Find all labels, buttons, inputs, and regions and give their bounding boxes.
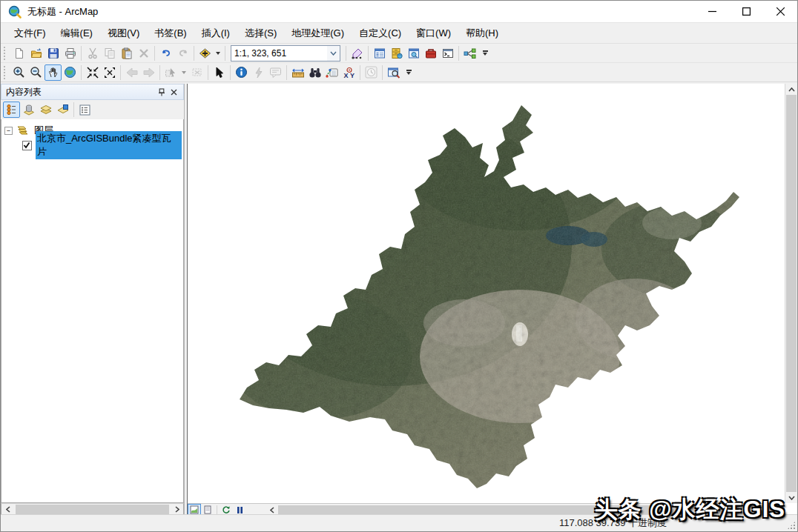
- toolbar-grip[interactable]: [3, 47, 7, 60]
- list-by-drawing-order-button[interactable]: [3, 102, 20, 118]
- toc-pin-button[interactable]: [155, 86, 168, 99]
- menu-windows[interactable]: 窗口(W): [409, 23, 458, 44]
- add-data-button[interactable]: [197, 45, 214, 61]
- data-view-icon: [190, 505, 199, 514]
- pause-icon: [237, 506, 243, 514]
- toolbar-overflow-button[interactable]: [403, 64, 414, 81]
- table-of-contents-panel: 内容列表: [1, 84, 185, 516]
- menu-file[interactable]: 文件(F): [7, 23, 53, 44]
- scrollbar-thumb[interactable]: [16, 505, 169, 514]
- select-elements-tool[interactable]: [211, 64, 228, 81]
- layer-name-label[interactable]: 北京市_ArcGISBundle紧凑型瓦片: [36, 131, 182, 159]
- table-of-contents-icon: [374, 47, 386, 59]
- scroll-up-arrow[interactable]: [785, 84, 798, 95]
- select-features-tool: [162, 64, 179, 81]
- fixed-zoom-in-icon: [87, 67, 99, 79]
- toolbar-separator: [286, 65, 287, 80]
- menu-bookmarks[interactable]: 书签(B): [147, 23, 194, 44]
- model-builder-button[interactable]: [461, 45, 478, 61]
- create-viewer-window-button[interactable]: [385, 64, 402, 81]
- toc-options-button[interactable]: [76, 102, 93, 118]
- close-button[interactable]: [763, 1, 797, 23]
- main-area: 内容列表: [1, 82, 797, 516]
- fixed-zoom-in-button[interactable]: [84, 64, 101, 81]
- map-viewport[interactable]: 北京市卫星影像（紧凑型瓦片图层）: [188, 84, 785, 503]
- scrollbar-thumb[interactable]: [786, 95, 797, 492]
- menu-customize[interactable]: 自定义(C): [352, 23, 409, 44]
- standard-toolbar: [1, 44, 797, 63]
- toolbar-grip[interactable]: [3, 66, 7, 79]
- watermark: 头条 @水经注GIS: [595, 494, 785, 525]
- table-of-contents-window-button[interactable]: [371, 45, 388, 61]
- copy-icon: [104, 47, 116, 59]
- refresh-icon: [222, 505, 231, 514]
- close-icon: [171, 89, 177, 96]
- map-scale-dropdown[interactable]: [327, 46, 340, 61]
- go-forward-extent-button: [140, 64, 157, 81]
- go-to-xy-tool[interactable]: X Y: [340, 64, 357, 81]
- chevron-down-icon: [330, 51, 337, 56]
- toc-close-button[interactable]: [168, 86, 180, 99]
- new-document-button[interactable]: [10, 45, 27, 61]
- clear-selection-icon: [191, 67, 203, 79]
- identify-info-icon: [235, 66, 248, 79]
- find-tool[interactable]: [306, 64, 323, 81]
- scroll-right-arrow[interactable]: [171, 504, 183, 515]
- full-extent-button[interactable]: [62, 64, 79, 81]
- menu-view[interactable]: 视图(V): [100, 23, 147, 44]
- toolbar-separator: [346, 46, 346, 61]
- undo-button[interactable]: [157, 45, 174, 61]
- collapse-expander[interactable]: −: [4, 127, 13, 135]
- editor-toolbar-button[interactable]: [349, 45, 366, 61]
- full-extent-globe-icon: [64, 66, 76, 79]
- menu-selection[interactable]: 选择(S): [237, 23, 284, 44]
- popup-bubble-icon: [269, 67, 282, 79]
- print-button[interactable]: [62, 45, 79, 61]
- measure-tool[interactable]: [289, 64, 306, 81]
- add-data-dropdown[interactable]: [214, 45, 222, 61]
- identify-tool[interactable]: [233, 64, 250, 81]
- scroll-left-arrow[interactable]: [1, 504, 14, 515]
- menu-help[interactable]: 帮助(H): [458, 23, 506, 44]
- redo-icon: [177, 47, 189, 59]
- maximize-button[interactable]: [729, 1, 763, 23]
- toolbar-separator: [194, 46, 194, 61]
- minimize-button[interactable]: [695, 1, 729, 23]
- open-button[interactable]: [27, 45, 44, 61]
- list-by-visibility-button[interactable]: [37, 102, 54, 118]
- list-by-selection-button[interactable]: [54, 102, 71, 118]
- zoom-out-tool[interactable]: [27, 64, 44, 81]
- layer-visibility-checkbox[interactable]: [22, 141, 32, 150]
- toolbar-overflow-button[interactable]: [480, 45, 490, 61]
- forward-arrow-icon: [142, 67, 156, 78]
- list-by-source-button[interactable]: [20, 102, 37, 118]
- menu-edit[interactable]: 编辑(E): [53, 23, 100, 44]
- map-scale-combobox[interactable]: [231, 45, 340, 61]
- find-route-tool[interactable]: [323, 64, 340, 81]
- map-vertical-scrollbar[interactable]: [785, 84, 797, 503]
- select-features-icon: [165, 67, 177, 79]
- back-arrow-icon: [125, 67, 139, 78]
- html-popup-tool: [267, 64, 284, 81]
- copy-button: [101, 45, 118, 61]
- menu-geoprocessing[interactable]: 地理处理(G): [284, 23, 352, 44]
- pan-tool[interactable]: [44, 64, 62, 81]
- fixed-zoom-out-button[interactable]: [101, 64, 118, 81]
- checkmark-icon: [23, 142, 30, 149]
- map-scale-input[interactable]: [231, 47, 327, 60]
- save-button[interactable]: [44, 45, 62, 61]
- paste-button[interactable]: [118, 45, 135, 61]
- search-window-button[interactable]: [405, 45, 422, 61]
- arctoolbox-button[interactable]: [422, 45, 439, 61]
- python-window-button[interactable]: [439, 45, 456, 61]
- window-resize-grip[interactable]: [787, 521, 796, 530]
- hyperlink-tool: [250, 64, 267, 81]
- scroll-down-arrow[interactable]: [785, 492, 798, 503]
- menu-insert[interactable]: 插入(I): [194, 23, 237, 44]
- catalog-window-button[interactable]: [388, 45, 405, 61]
- chevron-down-icon: [406, 72, 411, 75]
- pin-icon: [158, 88, 165, 96]
- layer-row[interactable]: 北京市_ArcGISBundle紧凑型瓦片: [22, 138, 182, 153]
- zoom-in-tool[interactable]: [10, 64, 27, 81]
- toc-header[interactable]: 内容列表: [1, 84, 184, 100]
